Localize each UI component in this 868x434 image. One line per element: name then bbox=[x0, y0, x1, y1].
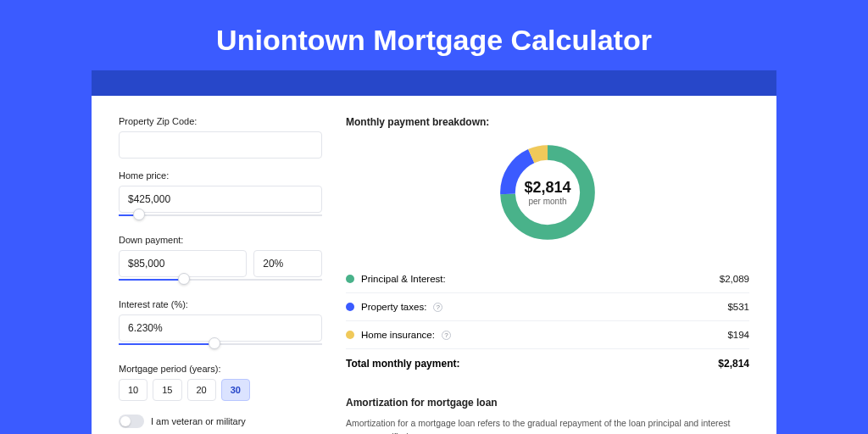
home-price-input[interactable] bbox=[119, 186, 322, 213]
home-price-field: Home price: bbox=[119, 170, 322, 223]
amortization-title: Amortization for mortgage loan bbox=[346, 397, 749, 409]
slider-thumb[interactable] bbox=[178, 273, 190, 285]
legend-label: Home insurance: bbox=[361, 330, 435, 340]
total-label: Total monthly payment: bbox=[346, 358, 459, 370]
down-payment-field: Down payment: bbox=[119, 235, 322, 287]
total-value: $2,814 bbox=[718, 358, 749, 370]
zip-input[interactable] bbox=[119, 131, 322, 159]
payment-donut-chart: $2,814 per month bbox=[495, 140, 600, 245]
breakdown-title: Monthly payment breakdown: bbox=[346, 116, 749, 128]
legend-label: Property taxes: bbox=[361, 302, 426, 312]
page-title: Uniontown Mortgage Calculator bbox=[0, 0, 868, 70]
amortization-text: Amortization for a mortgage loan refers … bbox=[346, 417, 749, 434]
legend-row: Home insurance:?$194 bbox=[346, 320, 749, 348]
donut-sub: per month bbox=[528, 197, 566, 206]
down-payment-slider[interactable] bbox=[119, 277, 322, 287]
period-button-10[interactable]: 10 bbox=[119, 379, 147, 401]
interest-input[interactable] bbox=[119, 314, 322, 342]
veteran-row: I am veteran or military bbox=[119, 415, 322, 428]
breakdown-column: Monthly payment breakdown: $2,814 per mo… bbox=[346, 116, 749, 434]
interest-label: Interest rate (%): bbox=[119, 299, 322, 309]
period-button-15[interactable]: 15 bbox=[153, 379, 181, 401]
form-column: Property Zip Code: Home price: Down paym… bbox=[119, 116, 322, 434]
legend-row: Property taxes:?$531 bbox=[346, 292, 749, 320]
legend-value: $2,089 bbox=[720, 274, 749, 284]
interest-field: Interest rate (%): bbox=[119, 299, 322, 352]
toggle-knob bbox=[120, 416, 131, 426]
home-price-label: Home price: bbox=[119, 170, 322, 181]
period-label: Mortgage period (years): bbox=[119, 364, 322, 374]
legend-value: $531 bbox=[727, 302, 749, 312]
zip-label: Property Zip Code: bbox=[119, 116, 322, 126]
header-band bbox=[92, 70, 776, 96]
veteran-toggle[interactable] bbox=[119, 415, 144, 428]
slider-thumb[interactable] bbox=[209, 337, 220, 349]
legend-label: Principal & Interest: bbox=[361, 274, 446, 284]
period-field: Mortgage period (years): 10152030 bbox=[119, 364, 322, 401]
veteran-label: I am veteran or military bbox=[151, 416, 246, 426]
legend-dot-icon bbox=[346, 275, 354, 283]
slider-thumb[interactable] bbox=[133, 209, 145, 220]
home-price-slider[interactable] bbox=[119, 213, 322, 223]
zip-field: Property Zip Code: bbox=[119, 116, 322, 159]
legend-value: $194 bbox=[727, 330, 749, 340]
down-payment-pct-input[interactable] bbox=[253, 250, 322, 277]
donut-amount: $2,814 bbox=[524, 179, 570, 197]
calculator-card: Property Zip Code: Home price: Down paym… bbox=[92, 96, 776, 434]
period-button-20[interactable]: 20 bbox=[187, 379, 216, 401]
interest-slider[interactable] bbox=[119, 342, 322, 352]
down-payment-label: Down payment: bbox=[119, 235, 322, 245]
total-row: Total monthly payment: $2,814 bbox=[346, 348, 749, 378]
legend-dot-icon bbox=[346, 303, 354, 311]
info-icon[interactable]: ? bbox=[433, 303, 442, 312]
info-icon[interactable]: ? bbox=[442, 331, 451, 340]
period-button-30[interactable]: 30 bbox=[221, 379, 250, 401]
legend-row: Principal & Interest:$2,089 bbox=[346, 265, 749, 292]
legend-dot-icon bbox=[346, 331, 354, 339]
